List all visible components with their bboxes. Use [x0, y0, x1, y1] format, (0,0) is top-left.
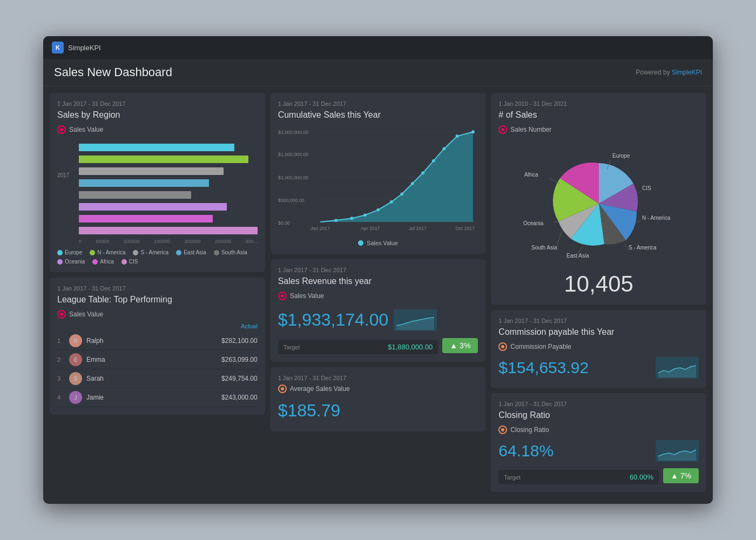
bar-row — [79, 226, 258, 235]
bar-year-label: 2017 — [57, 171, 69, 180]
name-ralph: Ralph — [86, 337, 217, 345]
svg-point-19 — [431, 159, 435, 163]
axis-label-0: 0 — [79, 239, 82, 244]
svg-marker-10 — [320, 132, 473, 222]
svg-point-13 — [363, 213, 367, 217]
commission-metric-label: Commission Payable — [510, 343, 571, 350]
league-row-2: 2 E Emma $263,099.00 — [57, 350, 258, 369]
svg-line-32 — [638, 191, 641, 193]
legend-cis: CIS — [122, 259, 138, 265]
league-row-4: 4 J Jamie $243,000.00 — [57, 388, 258, 407]
target-label: Target — [284, 344, 300, 350]
svg-point-16 — [400, 192, 403, 195]
axis-label-200k: 200000 — [184, 239, 200, 244]
commission-value-row: $154,653.92 — [498, 355, 699, 380]
number-metric-label: Sales Number — [510, 126, 551, 133]
svg-point-15 — [389, 200, 393, 204]
rank-3: 3 — [57, 375, 65, 382]
closing-value-row: 64.18% — [498, 438, 699, 463]
app-name: SimpleKPI — [68, 44, 101, 52]
bar-row — [79, 154, 258, 164]
dashboard-header: Sales New Dashboard Powered by SimpleKPI — [43, 59, 713, 86]
legend-samerica: S - America — [133, 249, 168, 255]
bar-row — [79, 166, 258, 176]
league-metric-label: Sales Value — [69, 310, 103, 318]
sales-number-date: 1 Jan 2010 - 31 Dec 2021 — [498, 100, 699, 107]
sales-by-region-date: 1 Jan 2017 - 31 Dec 2017 — [57, 100, 258, 107]
pie-container: Europe CIS N - America S - America East … — [498, 141, 699, 266]
svg-text:$0.00: $0.00 — [278, 220, 290, 226]
league-row-3: 3 S Sarah $249,754.00 — [57, 369, 258, 388]
svg-point-18 — [421, 171, 424, 174]
average-sales-card: 1 Jan 2017 - 31 Dec 2017 Average Sales V… — [271, 367, 486, 431]
legend-southasia: South Asia — [214, 249, 247, 255]
dashboard-title: Sales New Dashboard — [54, 65, 172, 79]
svg-point-11 — [334, 219, 338, 222]
sales-by-region-card: 1 Jan 2017 - 31 Dec 2017 Sales by Region… — [50, 93, 265, 272]
value-jamie: $243,000.00 — [221, 394, 258, 401]
commission-metric: Commission Payable — [498, 342, 571, 351]
svg-point-20 — [442, 147, 446, 150]
svg-text:Jul 2017: Jul 2017 — [409, 226, 427, 231]
closing-target-label: Target — [504, 474, 521, 481]
powered-by: Powered by SimpleKPI — [636, 69, 702, 76]
closing-metric: Closing Ratio — [498, 426, 549, 434]
name-sarah: Sarah — [86, 375, 217, 382]
svg-text:Apr 2017: Apr 2017 — [361, 226, 380, 231]
closing-icon — [498, 426, 507, 434]
legend-oceania: Oceania — [57, 259, 85, 265]
dashboard-body: 1 Jan 2017 - 31 Dec 2017 Sales by Region… — [43, 86, 713, 504]
league-header: Actual — [57, 323, 258, 329]
target-icon — [57, 125, 66, 134]
legend-europe: Europe — [57, 249, 82, 255]
commission-sparkline — [656, 357, 699, 379]
cumulative-title: Cumulative Sales this Year — [278, 110, 478, 120]
svg-point-12 — [350, 217, 353, 220]
avg-metric: Average Sales Value — [278, 384, 350, 393]
league-table-card: 1 Jan 2017 - 31 Dec 2017 League Table: T… — [50, 278, 265, 415]
league-table-date: 1 Jan 2017 - 31 Dec 2017 — [57, 285, 258, 292]
svg-line-40 — [557, 232, 561, 247]
svg-text:Oceania: Oceania — [523, 220, 544, 226]
league-metric: Sales Value — [57, 310, 103, 319]
axis-label-100k: 100000 — [124, 239, 140, 244]
closing-pct-value: ▲ 7% — [671, 471, 691, 480]
target-row: Target $1,880,000.00 — [278, 340, 438, 354]
axis-label-50k: 50000 — [96, 239, 109, 244]
chart-legend: Sales Value — [278, 240, 478, 246]
league-icon — [57, 310, 66, 319]
titlebar: K SimpleKPI — [43, 36, 713, 59]
league-row-1: 1 R Ralph $282,100.00 — [57, 332, 258, 350]
bar-chart-inner — [57, 143, 258, 235]
sales-value-metric: Sales Value — [57, 125, 103, 134]
commission-value: $154,653.92 — [498, 359, 589, 377]
pie-chart-svg: Europe CIS N - America S - America East … — [512, 141, 685, 266]
name-emma: Emma — [86, 356, 217, 363]
bar-row — [79, 143, 258, 152]
app-logo: K — [52, 42, 64, 53]
bar-row — [79, 190, 258, 200]
closing-title: Closing Ratio — [498, 410, 699, 420]
svg-point-22 — [471, 130, 475, 133]
avg-value: $185.79 — [278, 401, 478, 421]
svg-line-36 — [624, 244, 627, 248]
svg-text:Africa: Africa — [524, 172, 538, 178]
league-table: 1 R Ralph $282,100.00 2 E Emma $263,099.… — [57, 332, 258, 407]
revenue-icon — [278, 292, 287, 300]
svg-text:$1,500,000.00: $1,500,000.00 — [278, 152, 308, 157]
svg-text:CIS: CIS — [642, 185, 651, 191]
cumulative-date: 1 Jan 2017 - 31 Dec 2017 — [278, 100, 478, 107]
axis-label-250k: 250000 — [215, 239, 231, 244]
bar-row — [79, 202, 258, 212]
closing-pct-badge: ▲ 7% — [663, 468, 699, 483]
rank-2: 2 — [57, 356, 65, 363]
commission-card: 1 Jan 2017 - 31 Dec 2017 Commission paya… — [491, 310, 706, 388]
target-value: $1,880,000.00 — [388, 343, 433, 351]
closing-metric-label: Closing Ratio — [510, 426, 549, 434]
closing-target-box: Target 60.00% — [498, 470, 659, 484]
area-chart-container: $2,000,000.00 $1,500,000.00 $1,000,000.0… — [278, 125, 478, 246]
pct-badge: ▲ 3% — [442, 338, 478, 353]
axis-label-300k: 300... — [245, 239, 258, 244]
closing-target-value: 60.00% — [630, 473, 653, 481]
commission-icon — [498, 342, 507, 351]
